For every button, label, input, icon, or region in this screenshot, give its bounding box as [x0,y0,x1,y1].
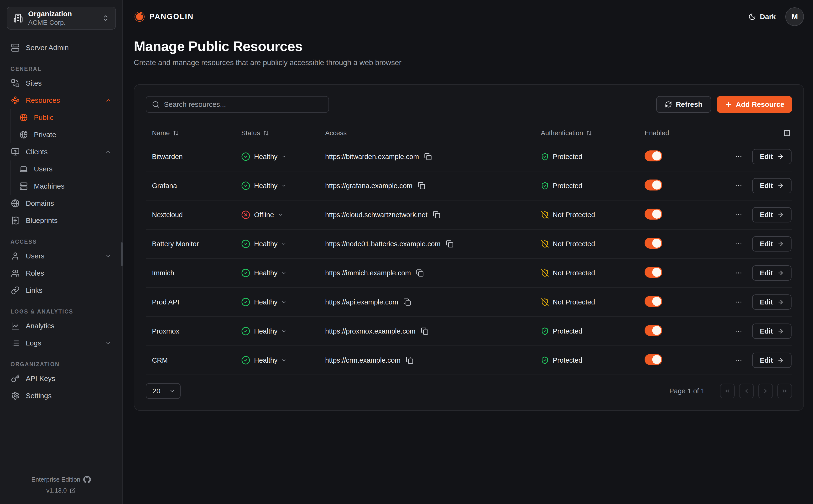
column-settings-button[interactable] [783,129,791,137]
search-input[interactable] [164,100,323,108]
columns-icon [783,129,791,137]
avatar[interactable]: M [785,7,804,26]
column-header-authentication[interactable]: Authentication [541,129,645,137]
row-menu-button[interactable] [735,269,743,277]
last-page-button[interactable] [777,384,792,398]
sidebar-item-domains[interactable]: Domains [0,195,122,212]
row-menu-button[interactable] [735,298,743,306]
sidebar-item-public[interactable]: Public [10,109,122,126]
sidebar-item-roles[interactable]: Roles [0,265,122,282]
copy-url-button[interactable] [424,153,432,160]
enabled-toggle[interactable] [645,267,662,278]
page-size-select[interactable]: 20 [146,383,181,399]
edit-button[interactable]: Edit [752,324,792,339]
brand-logo[interactable]: PANGOLIN [134,11,194,22]
sidebar-item-machines[interactable]: Machines [10,178,122,195]
ellipsis-icon [735,153,743,161]
user-icon [11,252,20,260]
version-link[interactable]: v1.13.0 [46,485,76,496]
edit-label: Edit [760,269,773,277]
arrow-right-icon [777,270,784,276]
sidebar-item-private[interactable]: Private [10,126,122,143]
monitor-up-icon [11,148,20,156]
row-menu-button[interactable] [735,153,743,161]
copy-icon [446,240,454,248]
edit-button[interactable]: Edit [752,353,792,368]
list-icon [11,339,20,347]
sidebar-item-server-admin[interactable]: Server Admin [0,39,122,56]
enabled-toggle[interactable] [645,209,662,220]
row-menu-button[interactable] [735,240,743,248]
sidebar-item-logs[interactable]: Logs [0,334,122,352]
edit-button[interactable]: Edit [752,236,792,252]
sidebar-item-blueprints[interactable]: Blueprints [0,212,122,229]
chevron-down-icon [278,212,283,217]
status-dropdown[interactable]: Healthy [241,239,286,248]
server-icon [11,43,20,52]
resource-url: https://cloud.schwartznetwork.net [325,211,428,219]
enabled-toggle[interactable] [645,180,662,190]
status-dropdown[interactable]: Healthy [241,152,286,161]
auth-label: Not Protected [553,298,595,306]
prev-page-button[interactable] [739,384,754,398]
enterprise-edition-link[interactable]: Enterprise Edition [31,474,91,485]
edit-label: Edit [760,298,773,306]
org-selector[interactable]: Organization ACME Corp. [7,7,116,30]
row-menu-button[interactable] [735,356,743,364]
globe-icon [20,113,28,122]
sidebar-item-settings[interactable]: Settings [0,387,122,404]
enabled-toggle[interactable] [645,150,662,161]
circle-x-icon [241,210,250,219]
resource-name: Grafana [152,182,241,190]
enabled-toggle[interactable] [645,354,662,365]
sidebar-item-sites[interactable]: Sites [0,75,122,92]
copy-url-button[interactable] [433,211,441,219]
topbar: PANGOLIN Dark M [134,0,804,24]
sidebar-item-api-keys[interactable]: API Keys [0,370,122,387]
circle-check-icon [241,327,250,336]
status-dropdown[interactable]: Healthy [241,268,286,278]
status-dropdown[interactable]: Healthy [241,181,286,190]
sidebar-item-label: Server Admin [26,44,69,52]
copy-url-button[interactable] [416,269,424,277]
chevron-down-icon [169,388,175,394]
row-menu-button[interactable] [735,211,743,219]
circle-check-icon [241,152,250,161]
sidebar-item-clients[interactable]: Clients [0,143,122,160]
edit-button[interactable]: Edit [752,149,792,164]
column-header-name[interactable]: Name [152,129,241,137]
globe-icon [11,199,20,208]
edit-button[interactable]: Edit [752,207,792,222]
copy-url-button[interactable] [421,327,429,335]
next-page-button[interactable] [758,384,773,398]
status-dropdown[interactable]: Healthy [241,298,286,307]
copy-url-button[interactable] [446,240,454,248]
enabled-toggle[interactable] [645,238,662,249]
edit-button[interactable]: Edit [752,178,792,193]
sidebar-item-label: Machines [34,182,64,190]
edit-button[interactable]: Edit [752,265,792,281]
row-menu-button[interactable] [735,182,743,190]
sidebar-item-users[interactable]: Users [10,160,122,178]
column-header-status[interactable]: Status [241,129,325,137]
brand-name: PANGOLIN [150,12,194,21]
first-page-button[interactable] [720,384,735,398]
sidebar-item-users[interactable]: Users [0,247,122,265]
copy-url-button[interactable] [418,182,426,190]
refresh-button[interactable]: Refresh [656,96,711,113]
copy-url-button[interactable] [406,356,414,364]
edit-button[interactable]: Edit [752,294,792,310]
add-resource-button[interactable]: Add Resource [717,96,792,113]
status-dropdown[interactable]: Healthy [241,327,286,336]
status-dropdown[interactable]: Healthy [241,356,286,365]
row-menu-button[interactable] [735,327,743,335]
sidebar-item-analytics[interactable]: Analytics [0,317,122,334]
enabled-toggle[interactable] [645,296,662,307]
copy-url-button[interactable] [403,298,411,306]
enabled-toggle[interactable] [645,325,662,336]
theme-toggle[interactable]: Dark [748,13,776,21]
sidebar-scrollbar-thumb[interactable] [121,242,123,266]
status-dropdown[interactable]: Offline [241,210,283,219]
sidebar-item-resources[interactable]: Resources [0,92,122,109]
sidebar-item-links[interactable]: Links [0,282,122,299]
